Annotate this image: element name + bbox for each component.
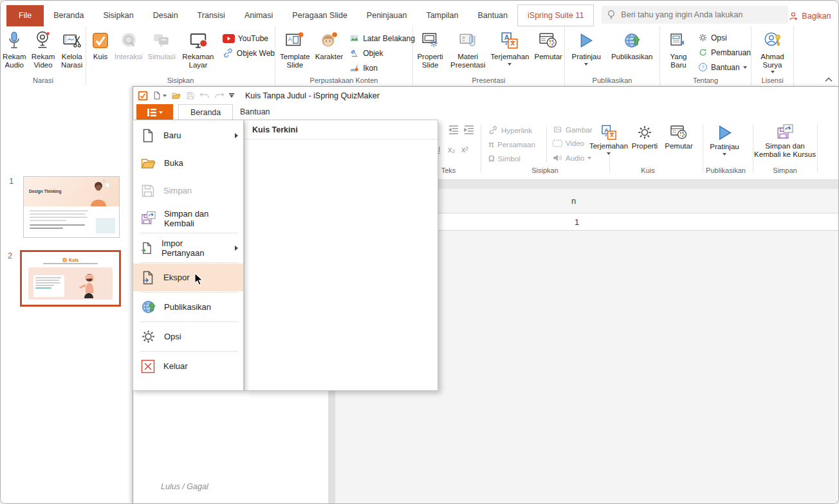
group-label-qm-publikasikan: Publikasikan	[699, 166, 752, 174]
tab-peragaan-slide[interactable]: Peragaan Slide	[282, 5, 356, 26]
video-icon	[553, 140, 562, 147]
kelola-narasi-button[interactable]: Kelola Narasi	[58, 29, 86, 71]
gear-icon	[698, 33, 708, 42]
indent-buttons[interactable]	[448, 125, 474, 134]
account-button[interactable]: Ahmad Surya	[751, 29, 793, 75]
materi-presentasi-button[interactable]: Materi Presentasi	[448, 29, 487, 71]
menu-item-baru[interactable]: Baru	[133, 122, 243, 149]
chat-bubbles-icon	[152, 30, 171, 51]
qm-properti-button[interactable]: Properti	[629, 124, 661, 150]
yang-baru-button[interactable]: Yang Baru	[664, 29, 693, 71]
background-image-icon	[349, 33, 360, 43]
interaksi-button: Interaksi	[113, 29, 144, 62]
tab-peninjauan[interactable]: Peninjauan	[357, 5, 417, 26]
player-palette-icon	[670, 124, 688, 141]
qat-customize-button[interactable]	[229, 93, 234, 98]
slide-2-thumbnail[interactable]: Kuis	[20, 250, 121, 307]
superscript-button[interactable]: x²	[461, 145, 468, 154]
properti-slide-button[interactable]: Properti Slide	[413, 29, 447, 71]
slide-1-thumbnail[interactable]: Design Thinking	[23, 176, 120, 238]
publish-globe-icon	[140, 299, 156, 315]
quizmaker-file-menu-button[interactable]	[136, 104, 173, 120]
share-button[interactable]: Bagikan	[788, 5, 831, 26]
group-label-sisipkan: Sisipkan	[86, 76, 275, 84]
tab-file[interactable]: File	[6, 5, 44, 26]
equation-pi-icon: π	[488, 140, 494, 149]
opsi-button[interactable]: Opsi	[698, 31, 751, 44]
latar-belakang-button[interactable]: Latar Belakang	[349, 32, 415, 45]
tab-transisi[interactable]: Transisi	[188, 5, 235, 26]
slide1-title: Design Thinking	[29, 189, 62, 194]
tell-me-search[interactable]	[602, 6, 788, 24]
menu-item-buka[interactable]: Buka	[133, 149, 243, 177]
qm-pemutar-button[interactable]: Pemutar	[662, 124, 696, 150]
character-face-icon	[319, 30, 338, 51]
objek-web-button[interactable]: Objek Web	[223, 46, 275, 60]
publikasikan-button[interactable]: Publikasikan	[609, 29, 655, 62]
karakter-button[interactable]: Karakter	[313, 29, 345, 62]
person-key-icon	[763, 30, 782, 51]
tab-tampilan[interactable]: Tampilan	[416, 5, 468, 26]
person-plus-icon	[788, 11, 798, 21]
ikon-button[interactable]: Ikon	[349, 61, 415, 75]
slide2-text-card	[33, 275, 64, 297]
quizmaker-title-bar[interactable]: Kuis Tanpa Judul - iSpring QuizMaker	[133, 87, 839, 104]
menu-separator	[141, 233, 238, 233]
subscript-button[interactable]: x₂	[448, 145, 456, 154]
pratinjau-button[interactable]: Pratinjau	[570, 29, 603, 67]
slide2-person-illustration	[75, 270, 101, 298]
group-label-qm-sisipkan: Sisipkan	[506, 166, 584, 174]
group-narasi: Rekam Audio Rekam Video Kelola Narasi Na…	[1, 26, 86, 86]
audio-speaker-icon	[553, 154, 562, 162]
qm-pratinjau-button[interactable]: Pratinjau	[705, 124, 744, 156]
tab-sisipkan[interactable]: Sisipkan	[93, 5, 143, 26]
objek-button[interactable]: Objek	[349, 46, 415, 60]
quizmaker-tab-bantuan[interactable]: Bantuan	[228, 104, 282, 120]
menu-item-simpan-kembali[interactable]: Simpan dan Kembali	[133, 204, 243, 232]
bantuan-button[interactable]: ? Bantuan	[698, 60, 751, 74]
save-return-icon	[140, 210, 156, 227]
dropdown-arrow-icon	[230, 95, 234, 98]
tab-ispring-suite[interactable]: iSpring Suite 11	[517, 4, 594, 26]
save-icon	[140, 183, 156, 199]
icons-library-icon	[349, 63, 360, 73]
tab-desain[interactable]: Desain	[143, 5, 188, 26]
terjemahan-button[interactable]: A Terjemahan	[488, 29, 531, 67]
mini-quiz-checkbox-icon	[62, 258, 67, 262]
qat-save-icon	[186, 91, 195, 100]
pemutar-button[interactable]: Pemutar	[532, 29, 564, 62]
gear-icon	[140, 328, 156, 345]
gear-icon	[636, 124, 653, 141]
group-label-perpustakaan: Perpustakaan Konten	[275, 76, 412, 84]
kuis-button[interactable]: Kuis	[89, 29, 111, 62]
quizmaker-tab-bar: Beranda Bantuan	[133, 104, 839, 121]
dropdown-arrow-icon	[771, 71, 775, 73]
save-return-course-button[interactable]: Simpan dan Kembali ke Kursus	[753, 124, 817, 159]
group-label-qm-kuis: Kuis	[613, 166, 683, 174]
rekam-video-button[interactable]: Rekam Video	[30, 29, 57, 71]
tab-beranda[interactable]: Beranda	[44, 5, 93, 26]
qm-terjemahan-button[interactable]: A Terjemahan	[587, 124, 630, 155]
tab-animasi[interactable]: Animasi	[235, 5, 282, 26]
group-sisipkan: Kuis Interaksi Simulasi Rekaman Layar	[86, 26, 275, 86]
menu-item-opsi[interactable]: Opsi	[133, 323, 243, 350]
menu-item-impor[interactable]: Impor Pertanyaan	[133, 234, 243, 262]
rekam-audio-button[interactable]: Rekam Audio	[1, 29, 28, 71]
collapse-ribbon-icon[interactable]	[825, 77, 833, 82]
pembaruan-button[interactable]: Pembaruan	[698, 46, 751, 59]
slide-2-number: 2	[8, 251, 12, 260]
menu-item-keluar[interactable]: Keluar	[133, 352, 243, 380]
qat-open-icon[interactable]	[171, 91, 181, 100]
slide1-person-illustration	[87, 179, 110, 206]
quizmaker-tab-beranda[interactable]: Beranda	[178, 104, 233, 120]
tab-bantuan[interactable]: Bantuan	[468, 5, 517, 26]
search-input[interactable]	[620, 10, 783, 20]
qat-new-button[interactable]	[152, 91, 167, 100]
screen-record-icon	[189, 30, 208, 51]
video-button: Video	[553, 140, 584, 147]
template-slide-button[interactable]: A Template Slide	[278, 29, 312, 71]
menu-item-publikasikan[interactable]: Publikasikan	[133, 293, 243, 321]
rekaman-layar-button[interactable]: Rekaman Layar	[179, 29, 217, 71]
menu-item-ekspor[interactable]: Ekspor	[133, 264, 243, 291]
youtube-button[interactable]: YouTube	[223, 32, 275, 45]
